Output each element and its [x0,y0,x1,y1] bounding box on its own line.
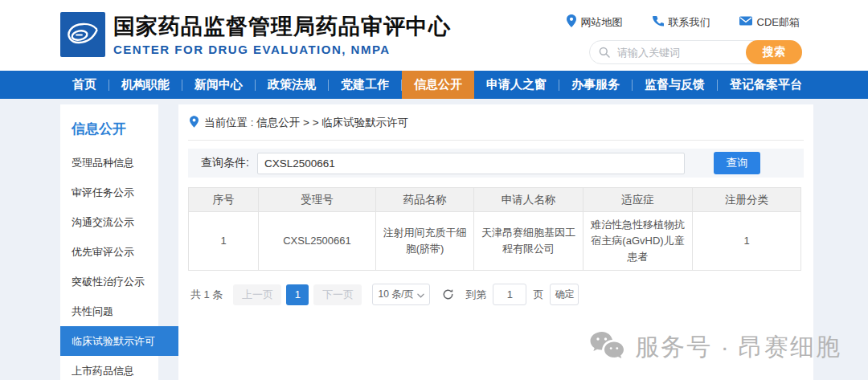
sidebar-title: 信息公开 [60,104,158,148]
nav-item-applicant-window[interactable]: 申请人之窗 [474,71,559,99]
sidebar-item-communication[interactable]: 沟通交流公示 [60,207,158,237]
quick-link-label: CDE邮箱 [757,15,800,30]
col-header-drug-name: 药品名称 [376,188,474,212]
col-header-applicant: 申请人名称 [474,188,583,212]
breadcrumb-text: 当前位置 : 信息公开 > > 临床试验默示许可 [204,116,408,130]
quick-link-label: 联系我们 [669,15,710,30]
nav-item-info-disclosure[interactable]: 信息公开 [402,71,474,99]
cde-logo-icon [60,12,105,57]
query-label: 查询条件: [201,156,249,170]
quick-links: 网站地图 联系我们 CDE邮箱 [567,14,800,30]
site-search: 搜索 [589,40,802,64]
breadcrumb: 当前位置 : 信息公开 > > 临床试验默示许可 [188,104,804,141]
nav-item-home[interactable]: 首页 [60,71,108,99]
col-header-registration-class: 注册分类 [693,188,801,212]
query-bar: 查询条件: 查询 [188,149,804,178]
site-titles: 国家药品监督管理局药品审评中心 CENTER FOR DRUG EVALUATI… [113,14,451,56]
table-row: 1 CXSL2500661 注射用间充质干细胞(脐带) 天津昂赛细胞基因工程有限… [189,212,801,271]
site-header: 国家药品监督管理局药品审评中心 CENTER FOR DRUG EVALUATI… [0,0,868,71]
pagination: 共 1 条 上一页 1 下一页 10 条/页 到第 页 确定 [190,284,804,305]
cell-registration-class: 1 [693,212,801,271]
confirm-button[interactable]: 确定 [550,284,579,305]
page-number-1[interactable]: 1 [286,284,309,305]
nav-item-policies-regulations[interactable]: 政策法规 [256,71,328,99]
sidebar: 信息公开 受理品种信息 审评任务公示 沟通交流公示 优先审评公示 突破性治疗公示… [60,104,158,380]
nav-item-supervision-feedback[interactable]: 监督与反馈 [633,71,717,99]
jump-unit: 页 [533,288,543,302]
quick-link-sitemap[interactable]: 网站地图 [567,14,623,30]
sidebar-item-priority-review[interactable]: 优先审评公示 [60,237,158,267]
query-input[interactable] [257,153,685,174]
sidebar-item-clinical-trial-implied-approval[interactable]: 临床试验默示许可 [60,326,178,356]
col-header-acceptance-no: 受理号 [259,188,376,212]
page-size-value: 10 条/页 [378,288,413,301]
sidebar-item-breakthrough-therapy[interactable]: 突破性治疗公示 [60,267,158,296]
quick-link-cde-mail[interactable]: CDE邮箱 [739,15,800,30]
main-nav: 首页 机构职能 新闻中心 政策法规 党建工作 信息公开 申请人之窗 办事服务 监… [0,71,868,99]
location-pin-icon [190,116,199,130]
search-button[interactable]: 搜索 [746,40,802,64]
cell-applicant: 天津昂赛细胞基因工程有限公司 [474,212,583,271]
mail-icon [739,15,752,29]
phone-icon [652,15,664,30]
sidebar-item-marketed-drug-info[interactable]: 上市药品信息 [60,356,158,380]
wechat-icon [588,329,625,366]
quick-link-label: 网站地图 [581,15,623,30]
watermark-text: 服务号 · 昂赛细胞 [635,331,841,364]
nav-item-party-building[interactable]: 党建工作 [329,71,401,99]
location-pin-icon [567,14,576,30]
table-header-row: 序号 受理号 药品名称 申请人名称 适应症 注册分类 [189,188,801,212]
sidebar-item-review-task[interactable]: 审评任务公示 [60,178,158,207]
prev-page-button[interactable]: 上一页 [233,284,281,305]
cell-indication: 难治性急性移植物抗宿主病(aGvHD)儿童患者 [583,212,693,271]
nav-item-news-center[interactable]: 新闻中心 [182,71,255,99]
total-count: 共 1 条 [190,288,223,302]
results-table: 序号 受理号 药品名称 申请人名称 适应症 注册分类 1 CXSL2500661… [188,187,801,271]
nav-item-org-functions[interactable]: 机构职能 [109,71,182,99]
col-header-seq: 序号 [189,188,259,212]
site-title-en: CENTER FOR DRUG EVALUATION, NMPA [113,43,451,56]
sidebar-item-accepted-variety-info[interactable]: 受理品种信息 [60,148,158,178]
search-icon [599,47,610,61]
query-button[interactable]: 查询 [714,152,760,174]
next-page-button[interactable]: 下一页 [313,284,362,305]
quick-link-contact-us[interactable]: 联系我们 [652,15,710,30]
nav-item-services[interactable]: 办事服务 [559,71,632,99]
page-size-select[interactable]: 10 条/页 [372,284,430,305]
watermark: 服务号 · 昂赛细胞 [588,329,841,366]
site-title-cn: 国家药品监督管理局药品审评中心 [113,14,451,39]
col-header-indication: 适应症 [583,188,693,212]
jump-page-input[interactable] [493,284,526,305]
chevron-down-icon [417,289,424,300]
cell-drug-name: 注射用间充质干细胞(脐带) [376,212,474,271]
cell-seq: 1 [189,212,259,271]
refresh-icon[interactable] [442,288,454,300]
cell-acceptance-no: CXSL2500661 [259,212,376,271]
sidebar-item-common-issues[interactable]: 共性问题 [60,296,158,326]
nav-item-registration-platform[interactable]: 登记备案平台 [718,71,814,99]
jump-label: 到第 [465,288,486,302]
